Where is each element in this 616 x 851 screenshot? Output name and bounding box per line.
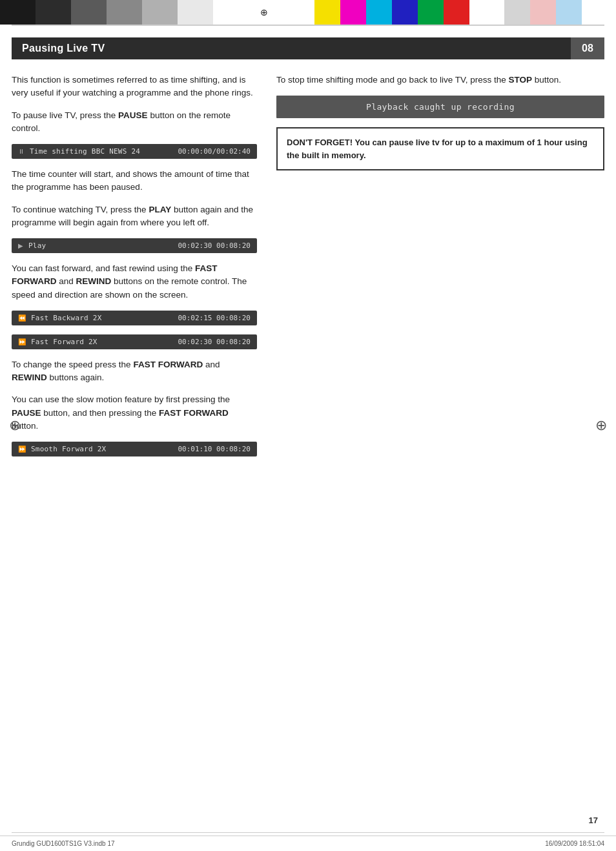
stop-paragraph: To stop time shifting mode and go back t… <box>276 74 604 87</box>
status-label: Smooth Forward 2X <box>31 445 178 453</box>
cb-swatch <box>504 0 530 25</box>
cb-gap <box>213 0 248 25</box>
status-bar-play: ▶ Play 00:02:30 00:08:20 <box>12 238 257 253</box>
change-speed-paragraph: To change the speed press the FAST FORWA… <box>12 358 257 385</box>
crosshair-right: ⊕ <box>595 417 607 434</box>
border-bottom <box>12 832 604 833</box>
status-time: 00:02:30 00:08:20 <box>178 338 251 346</box>
cb-swatch <box>107 0 142 25</box>
cb-swatch <box>178 0 213 25</box>
cb-gap <box>469 0 504 25</box>
cb-swatch <box>444 0 469 25</box>
cb-swatch <box>0 0 36 25</box>
crosshair-left: ⊕ <box>9 417 21 434</box>
status-time: 00:02:30 00:08:20 <box>178 241 251 250</box>
footer-left: Grundig GUD1600TS1G V3.indb 17 <box>12 840 115 847</box>
smooth-forward-icon: ⏩ <box>18 446 26 453</box>
pause-icon: ⏸ <box>18 148 25 155</box>
rewind-icon: ⏪ <box>18 314 26 322</box>
cb-swatch <box>530 0 556 25</box>
cb-swatch <box>142 0 178 25</box>
pause-paragraph: To pause live TV, press the PAUSE button… <box>12 109 257 136</box>
footer-right: 16/09/2009 18:51:04 <box>545 840 604 847</box>
status-label: Play <box>28 241 178 250</box>
playback-caught-box: Playback caught up recording <box>276 96 604 118</box>
fastforward-icon: ⏩ <box>18 338 26 345</box>
page-header: Pausing Live TV 08 <box>12 37 604 59</box>
cb-swatch <box>392 0 418 25</box>
status-bar-backward: ⏪ Fast Backward 2X 00:02:15 00:08:20 <box>12 311 257 325</box>
status-label: Time shifting BBC NEWS 24 <box>30 147 178 156</box>
dont-forget-box: DON'T FORGET! You can pause live tv for … <box>276 127 604 170</box>
status-bar-forward: ⏩ Fast Forward 2X 00:02:30 00:08:20 <box>12 334 257 349</box>
cb-gap <box>280 0 315 25</box>
status-label: Fast Backward 2X <box>31 314 178 322</box>
footer: Grundig GUD1600TS1G V3.indb 17 16/09/200… <box>0 836 616 851</box>
cb-swatch <box>340 0 366 25</box>
cb-swatch <box>36 0 71 25</box>
status-time: 00:02:15 00:08:20 <box>178 314 251 322</box>
status-label: Fast Forward 2X <box>31 338 178 346</box>
left-column: This function is sometimes referred to a… <box>12 74 257 466</box>
cb-swatch <box>366 0 392 25</box>
page-number-bottom: 17 <box>589 815 598 825</box>
status-bar-smooth: ⏩ Smooth Forward 2X 00:01:10 00:08:20 <box>12 442 257 456</box>
fastforward-paragraph: You can fast forward, and fast rewind us… <box>12 262 257 302</box>
play-icon: ▶ <box>18 242 23 249</box>
status-bar-timeshifting: ⏸ Time shifting BBC NEWS 24 00:00:00/00:… <box>12 144 257 159</box>
cb-swatch <box>71 0 107 25</box>
cb-gap <box>582 0 617 25</box>
color-bar-top: ⊕ <box>0 0 616 25</box>
right-column: To stop time shifting mode and go back t… <box>276 74 604 179</box>
content-columns: This function is sometimes referred to a… <box>12 74 604 466</box>
page-number: 08 <box>571 37 604 59</box>
cb-swatch <box>556 0 582 25</box>
main-content: Pausing Live TV 08 This function is some… <box>0 37 616 466</box>
crosshair-top: ⊕ <box>248 0 280 25</box>
page-title: Pausing Live TV <box>12 37 571 59</box>
border-top <box>12 25 604 26</box>
play-paragraph: To continue watching TV, press the PLAY … <box>12 203 257 230</box>
status-time: 00:01:10 00:08:20 <box>178 445 251 453</box>
status-time: 00:00:00/00:02:40 <box>178 147 251 156</box>
counter-paragraph: The time counter will start, and shows t… <box>12 168 257 194</box>
slow-motion-paragraph: You can use the slow motion feature by f… <box>12 393 257 433</box>
intro-paragraph: This function is sometimes referred to a… <box>12 74 257 100</box>
cb-swatch <box>418 0 444 25</box>
cb-swatch <box>314 0 340 25</box>
